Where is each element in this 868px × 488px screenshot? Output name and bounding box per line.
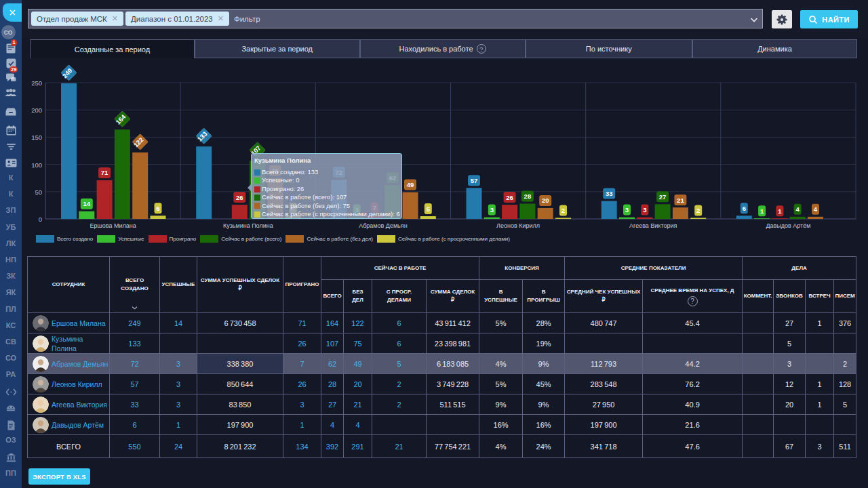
svg-text:200: 200 xyxy=(31,106,42,114)
svg-text:2: 2 xyxy=(561,207,565,214)
svg-text:Агеева Виктория: Агеева Виктория xyxy=(629,222,677,229)
svg-text:33: 33 xyxy=(606,190,613,197)
svg-text:Кузьмина Полина: Кузьмина Полина xyxy=(223,222,273,229)
svg-text:49: 49 xyxy=(407,181,414,188)
svg-text:4: 4 xyxy=(796,205,800,213)
svg-text:133: 133 xyxy=(196,130,209,143)
svg-text:57: 57 xyxy=(471,177,478,184)
svg-text:6: 6 xyxy=(156,205,159,212)
svg-text:122: 122 xyxy=(132,136,145,148)
svg-text:1: 1 xyxy=(778,207,782,215)
svg-text:0: 0 xyxy=(39,216,42,223)
svg-text:249: 249 xyxy=(61,66,74,79)
svg-text:3: 3 xyxy=(490,206,494,214)
svg-text:Абрамов Демьян: Абрамов Демьян xyxy=(359,222,407,229)
svg-text:71: 71 xyxy=(101,169,108,176)
svg-text:1: 1 xyxy=(760,207,764,215)
svg-text:28: 28 xyxy=(524,192,532,200)
svg-text:20: 20 xyxy=(542,197,549,204)
svg-text:150: 150 xyxy=(31,134,42,141)
svg-text:3: 3 xyxy=(625,206,629,214)
svg-text:3: 3 xyxy=(643,206,646,214)
svg-text:21: 21 xyxy=(677,197,684,204)
svg-text:Ершова Милана: Ершова Милана xyxy=(90,222,136,229)
svg-text:2: 2 xyxy=(696,207,700,214)
svg-text:6: 6 xyxy=(743,205,746,212)
svg-text:250: 250 xyxy=(31,79,42,87)
svg-text:4: 4 xyxy=(814,205,818,213)
svg-text:50: 50 xyxy=(35,188,42,196)
svg-text:164: 164 xyxy=(114,113,127,125)
svg-text:26: 26 xyxy=(236,194,243,201)
svg-text:5: 5 xyxy=(427,205,431,213)
svg-text:100: 100 xyxy=(31,161,42,169)
svg-text:Давыдов Артём: Давыдов Артём xyxy=(766,222,810,229)
svg-text:Леонов Кирилл: Леонов Кирилл xyxy=(496,222,540,229)
svg-text:26: 26 xyxy=(506,194,513,201)
svg-text:14: 14 xyxy=(83,200,91,207)
svg-text:27: 27 xyxy=(659,193,667,201)
